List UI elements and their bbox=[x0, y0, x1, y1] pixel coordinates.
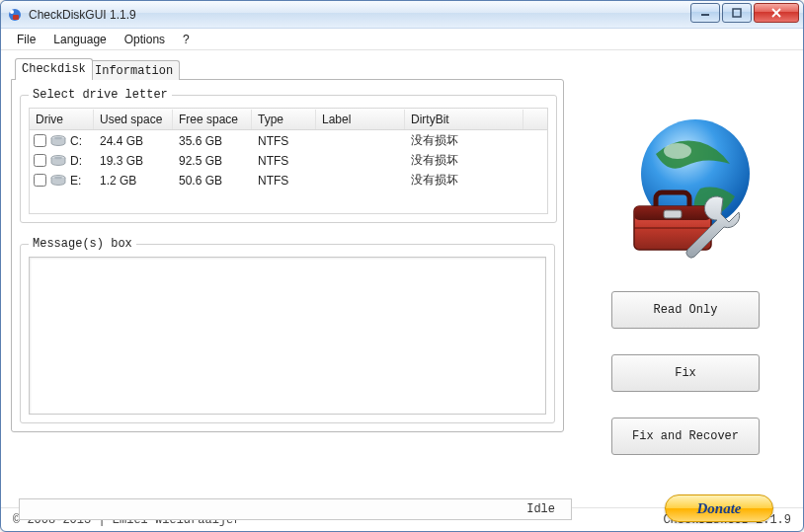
menu-file[interactable]: File bbox=[9, 31, 43, 48]
cell-dirty: 没有损坏 bbox=[405, 130, 523, 151]
drive-table-body: C:24.4 GB35.6 GBNTFS没有损坏D:19.3 GB92.5 GB… bbox=[30, 130, 547, 213]
svg-point-2 bbox=[10, 10, 14, 14]
content-area: Checkdisk Information Select drive lette… bbox=[1, 50, 803, 507]
table-row[interactable]: D:19.3 GB92.5 GBNTFS没有损坏 bbox=[30, 150, 547, 170]
menu-options[interactable]: Options bbox=[117, 31, 173, 48]
app-icon bbox=[7, 7, 23, 23]
maximize-icon bbox=[732, 8, 742, 18]
cell-label bbox=[316, 179, 405, 183]
svg-rect-16 bbox=[664, 210, 682, 218]
svg-point-8 bbox=[54, 136, 62, 139]
illustration bbox=[606, 110, 764, 267]
read-only-button[interactable]: Read Only bbox=[611, 291, 760, 329]
col-drive[interactable]: Drive bbox=[30, 110, 94, 129]
status-bar: Idle bbox=[19, 498, 572, 520]
svg-rect-1 bbox=[13, 15, 19, 20]
menu-language[interactable]: Language bbox=[45, 31, 114, 48]
cell-used: 1.2 GB bbox=[94, 172, 173, 190]
disk-icon bbox=[50, 135, 66, 147]
drive-letter: C: bbox=[70, 134, 82, 148]
cell-used: 19.3 GB bbox=[94, 152, 173, 170]
cell-used: 24.4 GB bbox=[94, 132, 173, 150]
col-used[interactable]: Used space bbox=[94, 110, 173, 129]
drive-checkbox[interactable] bbox=[34, 174, 46, 187]
minimize-button[interactable] bbox=[690, 3, 720, 23]
message-box[interactable] bbox=[29, 257, 546, 415]
col-dirty[interactable]: DirtyBit bbox=[405, 110, 523, 129]
drive-letter: E: bbox=[70, 174, 81, 188]
message-group-legend: Message(s) box bbox=[29, 237, 136, 251]
drive-table-header: Drive Used space Free space Type Label D… bbox=[30, 109, 547, 130]
fix-recover-button[interactable]: Fix and Recover bbox=[611, 418, 760, 455]
drive-group-legend: Select drive letter bbox=[29, 88, 172, 102]
message-group: Message(s) box bbox=[20, 237, 555, 423]
drive-checkbox[interactable] bbox=[34, 134, 46, 147]
close-button[interactable] bbox=[754, 3, 799, 23]
svg-point-10 bbox=[54, 156, 62, 159]
drive-letter: D: bbox=[70, 154, 82, 168]
window-title: CheckDiskGUI 1.1.9 bbox=[29, 8, 136, 22]
col-type[interactable]: Type bbox=[252, 110, 316, 129]
close-icon bbox=[771, 8, 781, 18]
titlebar[interactable]: CheckDiskGUI 1.1.9 bbox=[1, 1, 803, 29]
fix-button[interactable]: Fix bbox=[611, 354, 760, 392]
cell-dirty: 没有损坏 bbox=[405, 150, 523, 171]
svg-point-12 bbox=[54, 176, 62, 179]
cell-type: NTFS bbox=[252, 172, 316, 190]
tab-checkdisk[interactable]: Checkdisk bbox=[15, 58, 93, 80]
minimize-icon bbox=[700, 8, 710, 18]
drive-table: Drive Used space Free space Type Label D… bbox=[29, 108, 548, 214]
table-row[interactable]: C:24.4 GB35.6 GBNTFS没有损坏 bbox=[30, 130, 547, 150]
cell-label bbox=[316, 139, 405, 143]
cell-free: 35.6 GB bbox=[173, 132, 252, 150]
status-text: Idle bbox=[526, 502, 555, 516]
svg-point-13 bbox=[664, 143, 691, 159]
drive-select-group: Select drive letter Drive Used space Fre… bbox=[20, 88, 557, 223]
drive-checkbox[interactable] bbox=[34, 154, 46, 167]
cell-type: NTFS bbox=[252, 132, 316, 150]
table-row[interactable]: E:1.2 GB50.6 GBNTFS没有损坏 bbox=[30, 170, 547, 190]
tabstrip: Checkdisk Information bbox=[11, 58, 793, 80]
col-label[interactable]: Label bbox=[316, 110, 405, 129]
app-window: CheckDiskGUI 1.1.9 File Language Options… bbox=[0, 0, 804, 532]
col-free[interactable]: Free space bbox=[173, 110, 252, 129]
maximize-button[interactable] bbox=[722, 3, 752, 23]
cell-free: 92.5 GB bbox=[173, 152, 252, 170]
disk-icon bbox=[50, 155, 66, 167]
tab-information[interactable]: Information bbox=[88, 60, 180, 80]
svg-rect-4 bbox=[733, 9, 741, 17]
svg-rect-3 bbox=[701, 14, 709, 16]
menubar: File Language Options ? bbox=[1, 29, 803, 50]
cell-free: 50.6 GB bbox=[173, 172, 252, 190]
cell-dirty: 没有损坏 bbox=[405, 170, 523, 190]
donate-button[interactable]: Donate bbox=[665, 494, 773, 522]
tab-panel-checkdisk: Select drive letter Drive Used space Fre… bbox=[11, 79, 564, 432]
disk-icon bbox=[50, 175, 66, 187]
menu-help[interactable]: ? bbox=[175, 31, 198, 48]
col-extra bbox=[523, 116, 547, 122]
cell-label bbox=[316, 159, 405, 163]
cell-type: NTFS bbox=[252, 152, 316, 170]
side-panel: Read Only Fix Fix and Recover bbox=[592, 110, 779, 455]
